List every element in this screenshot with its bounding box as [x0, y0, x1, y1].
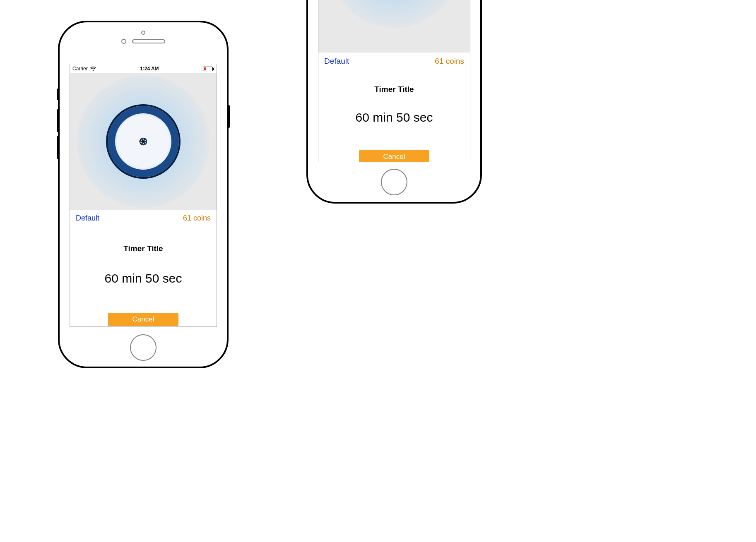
phone-frame-right: Default 61 coins Timer Title 60 min 50 s…: [306, 0, 482, 204]
hero-image: [318, 0, 470, 53]
status-left: Carrier: [72, 66, 96, 72]
labels-row: Default 61 coins: [70, 210, 217, 223]
speaker-slot-icon: [132, 39, 165, 43]
coins-button[interactable]: 61 coins: [183, 214, 211, 223]
coins-button[interactable]: 61 coins: [435, 57, 464, 66]
home-button[interactable]: [381, 169, 407, 195]
sounds-button[interactable]: Default: [324, 57, 349, 66]
power-button: [228, 105, 230, 128]
phone-frame-left: Carrier 1:24 AM: [58, 21, 229, 368]
clock-label: 1:24 AM: [140, 66, 159, 72]
carrier-label: Carrier: [72, 66, 88, 72]
ornate-coin-icon: [106, 104, 181, 179]
phone-frame-right-clip: Default 61 coins Timer Title 60 min 50 s…: [306, 0, 482, 207]
timer-value: 60 min 50 sec: [70, 271, 217, 285]
battery-low-icon: [203, 67, 214, 71]
labels-row: Default 61 coins: [318, 53, 470, 66]
hero-image: [70, 73, 217, 210]
cancel-button[interactable]: Cancel: [359, 150, 429, 162]
earpiece-group: [60, 31, 227, 44]
timer-title: Timer Title: [318, 85, 470, 94]
wifi-icon: [90, 67, 96, 71]
volume-up-button: [57, 109, 59, 132]
home-button[interactable]: [130, 334, 156, 361]
cancel-button[interactable]: Cancel: [108, 313, 178, 326]
screen-right: Default 61 coins Timer Title 60 min 50 s…: [318, 0, 470, 162]
proximity-sensor-icon: [121, 39, 126, 44]
screen-left: Carrier 1:24 AM: [70, 64, 217, 327]
volume-down-button: [57, 136, 59, 159]
mute-switch: [57, 89, 59, 100]
camera-dot-icon: [141, 31, 145, 35]
timer-value: 60 min 50 sec: [318, 110, 470, 125]
status-bar: Carrier 1:24 AM: [70, 64, 217, 73]
sounds-button[interactable]: Default: [76, 214, 99, 223]
timer-title: Timer Title: [70, 244, 217, 253]
